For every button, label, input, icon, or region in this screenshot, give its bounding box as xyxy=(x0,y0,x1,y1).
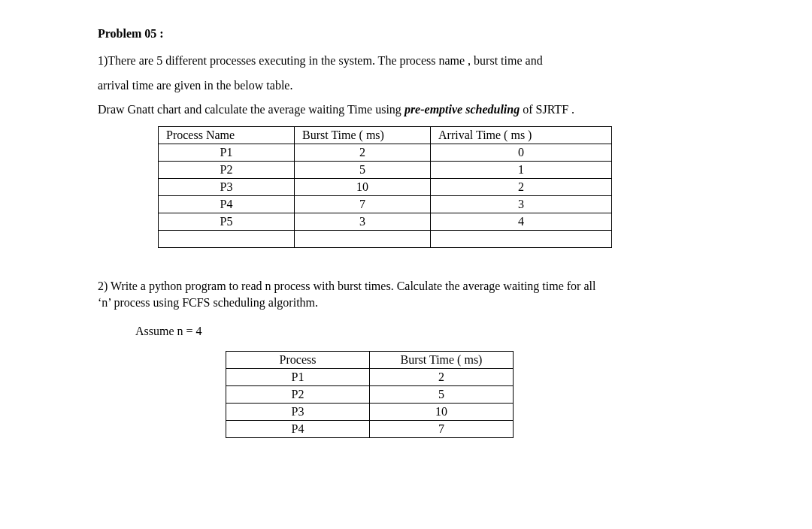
cell-process: P2 xyxy=(226,385,370,403)
q1-text-line1: 1)There are 5 different processes execut… xyxy=(98,50,714,72)
table-row: P3 10 xyxy=(226,403,514,420)
q1-text-line3: Draw Gnatt chart and calculate the avera… xyxy=(98,98,714,121)
cell-process: P4 xyxy=(226,420,370,437)
table-row xyxy=(159,230,612,247)
header-burst-time: Burst Time ( ms) xyxy=(370,351,514,368)
cell-arrival: 3 xyxy=(431,195,612,213)
cell-process: P3 xyxy=(159,178,295,195)
q2-text: 2) Write a python program to read n proc… xyxy=(98,278,714,312)
cell-process: P4 xyxy=(159,195,295,213)
q1-text-line3-part1: Draw Gnatt chart and calculate the avera… xyxy=(98,103,404,116)
table-row: P2 5 xyxy=(226,385,514,403)
table-row: P2 5 1 xyxy=(159,161,612,178)
cell-burst: 3 xyxy=(295,213,431,230)
header-burst-time: Burst Time ( ms) xyxy=(295,126,431,144)
table-row: P4 7 3 xyxy=(159,195,612,213)
header-process-name: Process Name xyxy=(159,126,295,144)
table-row: P1 2 0 xyxy=(159,144,612,161)
process-table-1: Process Name Burst Time ( ms) Arrival Ti… xyxy=(158,126,612,248)
table-row: P5 3 4 xyxy=(159,213,612,230)
cell-process: P3 xyxy=(226,403,370,420)
cell-process: P2 xyxy=(159,161,295,178)
cell-burst: 7 xyxy=(295,195,431,213)
table-row: P4 7 xyxy=(226,420,514,437)
cell-burst: 5 xyxy=(370,385,514,403)
problem-heading: Problem 05 : xyxy=(98,23,714,45)
table-row: P1 2 xyxy=(226,368,514,385)
cell-burst: 2 xyxy=(295,144,431,161)
cell-arrival: 1 xyxy=(431,161,612,178)
q1-text-line3-part3: of SJRTF . xyxy=(520,103,574,116)
cell-arrival: 0 xyxy=(431,144,612,161)
cell-burst: 10 xyxy=(295,178,431,195)
cell-burst xyxy=(295,230,431,247)
header-arrival-time: Arrival Time ( ms ) xyxy=(431,126,612,144)
table-header-row: Process Name Burst Time ( ms) Arrival Ti… xyxy=(159,126,612,144)
process-table-2: Process Burst Time ( ms) P1 2 P2 5 P3 10… xyxy=(226,351,514,438)
cell-process xyxy=(159,230,295,247)
cell-process: P1 xyxy=(226,368,370,385)
q1-text-line3-emph: pre-emptive scheduling xyxy=(404,103,520,116)
cell-arrival xyxy=(431,230,612,247)
table-header-row: Process Burst Time ( ms) xyxy=(226,351,514,368)
q1-text-line2: arrival time are given in the below tabl… xyxy=(98,74,714,97)
cell-burst: 2 xyxy=(370,368,514,385)
cell-arrival: 4 xyxy=(431,213,612,230)
cell-process: P5 xyxy=(159,213,295,230)
cell-burst: 7 xyxy=(370,420,514,437)
cell-process: P1 xyxy=(159,144,295,161)
q2-text-line1: 2) Write a python program to read n proc… xyxy=(98,278,714,295)
q2-text-line2: ‘n’ process using FCFS scheduling algori… xyxy=(98,295,714,311)
cell-burst: 5 xyxy=(295,161,431,178)
cell-burst: 10 xyxy=(370,403,514,420)
assume-text: Assume n = 4 xyxy=(135,320,714,343)
cell-arrival: 2 xyxy=(431,178,612,195)
table-row: P3 10 2 xyxy=(159,178,612,195)
header-process: Process xyxy=(226,351,370,368)
